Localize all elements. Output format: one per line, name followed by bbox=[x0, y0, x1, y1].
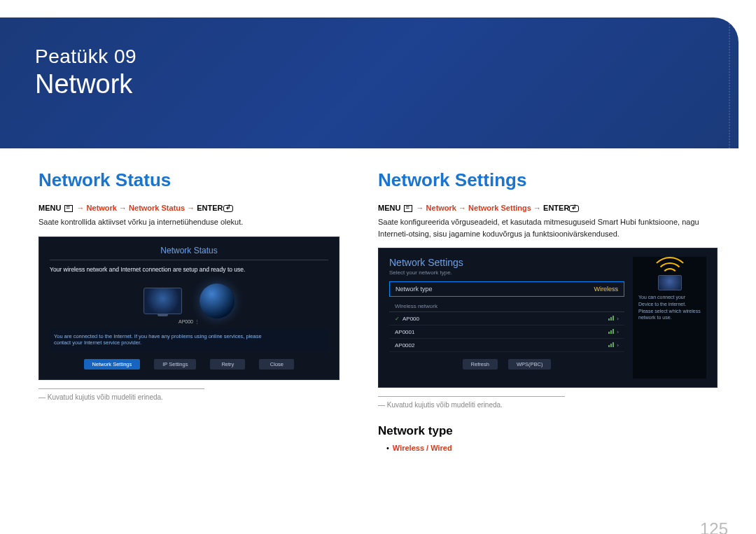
ss-settings-subtitle: Select your network type. bbox=[389, 269, 624, 276]
status-caption: ― Kuvatud kujutis võib mudeliti erineda. bbox=[38, 393, 340, 401]
ss-status-title: Network Status bbox=[50, 246, 328, 260]
network-type-options: •Wireless / Wired bbox=[378, 444, 718, 452]
chapter-label: Peatükk 09 bbox=[35, 45, 704, 68]
divider bbox=[378, 396, 565, 397]
menu-path-status: MENU → Network → Network Status → ENTER bbox=[38, 204, 340, 212]
divider bbox=[38, 388, 204, 389]
wifi-signal-icon bbox=[608, 342, 614, 347]
wifi-signal-icon bbox=[608, 328, 614, 334]
wifi-router-icon bbox=[649, 264, 691, 288]
ss-network-item[interactable]: AP0002 › bbox=[389, 339, 624, 352]
ss-btn-network-settings[interactable]: Network Settings bbox=[84, 359, 141, 370]
menu-icon bbox=[64, 205, 73, 212]
ss-network-item[interactable]: ✓AP000 › bbox=[389, 312, 624, 325]
settings-description: Saate konfigureerida võrguseadeid, et ka… bbox=[378, 216, 718, 239]
ss-side-panel: You can connect your Device to the inter… bbox=[633, 257, 706, 379]
ss-ap-label: AP000 ⋮ bbox=[50, 319, 328, 325]
wifi-signal-icon bbox=[608, 315, 614, 321]
ss-btn-wps[interactable]: WPS(PBC) bbox=[508, 359, 552, 370]
chapter-title: Network bbox=[35, 69, 704, 99]
ss-status-message: Your wireless network and Internet conne… bbox=[50, 266, 328, 273]
settings-caption: ― Kuvatud kujutis võib mudeliti erineda. bbox=[378, 401, 718, 409]
page-number: 125 bbox=[700, 519, 728, 534]
ss-wireless-list-title: Wireless network bbox=[389, 301, 624, 312]
ss-network-item[interactable]: AP0001 › bbox=[389, 325, 624, 339]
menu-icon bbox=[404, 205, 412, 212]
screenshot-network-status: Network Status Your wireless network and… bbox=[38, 237, 340, 380]
ss-btn-ip-settings[interactable]: IP Settings bbox=[154, 359, 196, 370]
ss-btn-refresh[interactable]: Refresh bbox=[463, 359, 498, 370]
section-title-network-status: Network Status bbox=[38, 169, 340, 191]
tv-icon bbox=[144, 288, 182, 314]
enter-icon bbox=[223, 205, 233, 212]
ss-info-box: You are connected to the Internet. If yo… bbox=[50, 329, 328, 351]
ss-btn-close[interactable]: Close bbox=[259, 359, 294, 370]
status-description: Saate kontrollida aktiivset võrku ja int… bbox=[38, 216, 340, 228]
chapter-header: Peatükk 09 Network bbox=[0, 17, 738, 148]
section-title-network-settings: Network Settings bbox=[378, 169, 718, 191]
globe-icon bbox=[200, 283, 234, 318]
screenshot-network-settings: Network Settings Select your network typ… bbox=[378, 248, 718, 388]
enter-icon bbox=[569, 205, 579, 212]
ss-btn-retry[interactable]: Retry bbox=[210, 359, 245, 370]
ss-settings-title: Network Settings bbox=[389, 257, 624, 269]
ss-network-type-selector[interactable]: Network type Wireless bbox=[389, 281, 624, 297]
subsection-network-type: Network type bbox=[378, 424, 718, 438]
menu-path-settings: MENU → Network → Network Settings → ENTE… bbox=[378, 204, 718, 212]
